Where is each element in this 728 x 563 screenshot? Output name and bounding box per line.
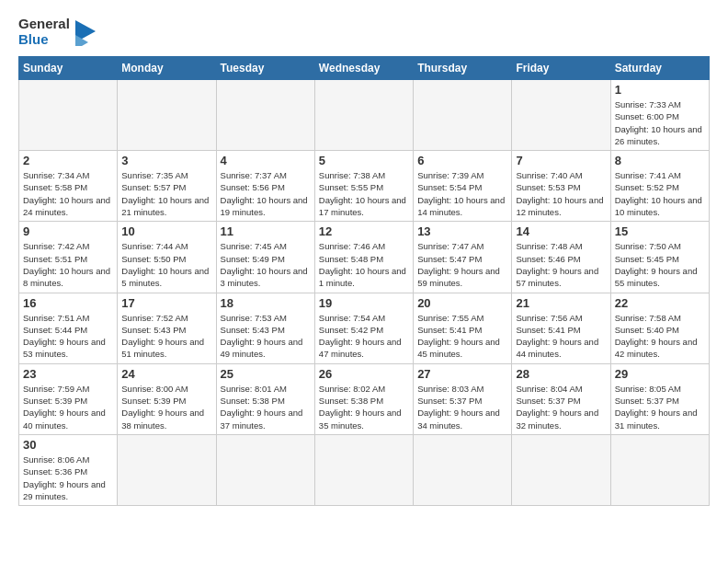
day-number: 14 [516,224,606,238]
day-info: Sunrise: 7:34 AM Sunset: 5:58 PM Dayligh… [23,169,113,218]
calendar-cell [414,80,512,151]
calendar-cell: 9Sunrise: 7:42 AM Sunset: 5:51 PM Daylig… [19,222,118,293]
day-info: Sunrise: 7:35 AM Sunset: 5:57 PM Dayligh… [121,169,211,218]
day-number: 23 [23,367,113,381]
logo-container: General Blue [18,17,70,47]
calendar-header-thursday: Thursday [414,57,512,80]
day-number: 16 [23,296,113,310]
calendar-cell: 29Sunrise: 8:05 AM Sunset: 5:37 PM Dayli… [610,363,709,434]
day-info: Sunrise: 7:54 AM Sunset: 5:42 PM Dayligh… [319,312,409,361]
calendar-cell: 14Sunrise: 7:48 AM Sunset: 5:46 PM Dayli… [512,222,610,293]
day-number: 3 [121,154,211,167]
calendar-cell: 18Sunrise: 7:53 AM Sunset: 5:43 PM Dayli… [216,293,314,363]
day-number: 9 [23,224,113,238]
calendar-cell: 27Sunrise: 8:03 AM Sunset: 5:37 PM Dayli… [414,363,512,434]
logo-blue: Blue [18,32,70,48]
day-info: Sunrise: 8:06 AM Sunset: 5:36 PM Dayligh… [23,454,113,502]
day-number: 17 [121,296,211,310]
calendar-cell [216,80,314,151]
day-info: Sunrise: 7:52 AM Sunset: 5:43 PM Dayligh… [121,312,211,361]
day-number: 21 [516,296,606,310]
day-info: Sunrise: 7:53 AM Sunset: 5:43 PM Dayligh… [221,312,311,361]
day-number: 5 [319,154,409,167]
logo: General Blue [18,17,96,47]
calendar-cell [216,434,314,505]
day-info: Sunrise: 8:01 AM Sunset: 5:38 PM Dayligh… [221,383,311,431]
calendar-cell: 13Sunrise: 7:47 AM Sunset: 5:47 PM Dayli… [414,222,512,293]
day-number: 11 [221,224,311,238]
calendar-header-wednesday: Wednesday [314,57,413,80]
day-info: Sunrise: 7:58 AM Sunset: 5:40 PM Dayligh… [615,312,705,361]
day-info: Sunrise: 7:38 AM Sunset: 5:55 PM Dayligh… [319,169,409,218]
day-number: 1 [615,83,705,97]
day-info: Sunrise: 8:02 AM Sunset: 5:38 PM Dayligh… [319,383,409,431]
calendar-header-saturday: Saturday [610,57,709,80]
calendar-cell [19,80,118,151]
day-info: Sunrise: 8:05 AM Sunset: 5:37 PM Dayligh… [615,383,705,431]
day-number: 29 [615,367,705,381]
calendar-cell: 3Sunrise: 7:35 AM Sunset: 5:57 PM Daylig… [118,151,216,222]
calendar-week-0: 1Sunrise: 7:33 AM Sunset: 6:00 PM Daylig… [19,80,710,151]
calendar-header-monday: Monday [118,57,216,80]
day-number: 7 [516,154,606,167]
calendar-week-2: 9Sunrise: 7:42 AM Sunset: 5:51 PM Daylig… [19,222,710,293]
day-number: 12 [319,224,409,238]
calendar-week-5: 30Sunrise: 8:06 AM Sunset: 5:36 PM Dayli… [19,434,710,505]
day-info: Sunrise: 7:56 AM Sunset: 5:41 PM Dayligh… [516,312,606,361]
calendar-week-1: 2Sunrise: 7:34 AM Sunset: 5:58 PM Daylig… [19,151,710,222]
calendar-cell: 12Sunrise: 7:46 AM Sunset: 5:48 PM Dayli… [314,222,413,293]
day-number: 26 [319,367,409,381]
calendar-cell: 2Sunrise: 7:34 AM Sunset: 5:58 PM Daylig… [19,151,118,222]
calendar-cell: 23Sunrise: 7:59 AM Sunset: 5:39 PM Dayli… [19,363,118,434]
calendar-cell [314,434,413,505]
calendar-cell: 19Sunrise: 7:54 AM Sunset: 5:42 PM Dayli… [314,293,413,363]
calendar-header-row: SundayMondayTuesdayWednesdayThursdayFrid… [19,57,710,80]
calendar-cell [118,80,216,151]
day-info: Sunrise: 7:48 AM Sunset: 5:46 PM Dayligh… [516,240,606,289]
logo-general: General [18,17,70,32]
day-info: Sunrise: 8:03 AM Sunset: 5:37 PM Dayligh… [417,383,507,431]
calendar-cell: 15Sunrise: 7:50 AM Sunset: 5:45 PM Dayli… [610,222,709,293]
calendar-cell: 25Sunrise: 8:01 AM Sunset: 5:38 PM Dayli… [216,363,314,434]
day-info: Sunrise: 7:42 AM Sunset: 5:51 PM Dayligh… [23,240,113,289]
day-info: Sunrise: 7:46 AM Sunset: 5:48 PM Dayligh… [319,240,409,289]
calendar-cell [314,80,413,151]
calendar-cell: 5Sunrise: 7:38 AM Sunset: 5:55 PM Daylig… [314,151,413,222]
calendar-cell [512,80,610,151]
day-number: 13 [417,224,507,238]
day-number: 20 [417,296,507,310]
header: General Blue [18,17,710,47]
calendar-cell: 1Sunrise: 7:33 AM Sunset: 6:00 PM Daylig… [610,80,709,151]
calendar-cell [118,434,216,505]
calendar-cell: 17Sunrise: 7:52 AM Sunset: 5:43 PM Dayli… [118,293,216,363]
calendar-week-4: 23Sunrise: 7:59 AM Sunset: 5:39 PM Dayli… [19,363,710,434]
day-info: Sunrise: 7:44 AM Sunset: 5:50 PM Dayligh… [121,240,211,289]
day-info: Sunrise: 8:04 AM Sunset: 5:37 PM Dayligh… [516,383,606,431]
day-number: 30 [23,438,113,452]
day-number: 24 [121,367,211,381]
calendar-cell: 28Sunrise: 8:04 AM Sunset: 5:37 PM Dayli… [512,363,610,434]
day-info: Sunrise: 7:59 AM Sunset: 5:39 PM Dayligh… [23,383,113,431]
calendar-cell: 24Sunrise: 8:00 AM Sunset: 5:39 PM Dayli… [118,363,216,434]
day-info: Sunrise: 7:33 AM Sunset: 6:00 PM Dayligh… [615,98,705,147]
day-info: Sunrise: 7:51 AM Sunset: 5:44 PM Dayligh… [23,312,113,361]
day-number: 15 [615,224,705,238]
calendar-cell: 20Sunrise: 7:55 AM Sunset: 5:41 PM Dayli… [414,293,512,363]
calendar-cell: 7Sunrise: 7:40 AM Sunset: 5:53 PM Daylig… [512,151,610,222]
day-number: 8 [615,154,705,167]
day-number: 2 [23,154,113,167]
calendar-cell [610,434,709,505]
calendar-cell: 4Sunrise: 7:37 AM Sunset: 5:56 PM Daylig… [216,151,314,222]
calendar-cell: 21Sunrise: 7:56 AM Sunset: 5:41 PM Dayli… [512,293,610,363]
day-number: 25 [221,367,311,381]
calendar: SundayMondayTuesdayWednesdayThursdayFrid… [18,56,710,506]
calendar-header-friday: Friday [512,57,610,80]
page: General Blue SundayMondayTuesdayWednesda… [0,0,728,563]
calendar-cell: 8Sunrise: 7:41 AM Sunset: 5:52 PM Daylig… [610,151,709,222]
calendar-header-sunday: Sunday [19,57,118,80]
day-number: 19 [319,296,409,310]
calendar-cell: 26Sunrise: 8:02 AM Sunset: 5:38 PM Dayli… [314,363,413,434]
day-number: 18 [221,296,311,310]
day-info: Sunrise: 7:47 AM Sunset: 5:47 PM Dayligh… [417,240,507,289]
day-info: Sunrise: 7:39 AM Sunset: 5:54 PM Dayligh… [417,169,507,218]
